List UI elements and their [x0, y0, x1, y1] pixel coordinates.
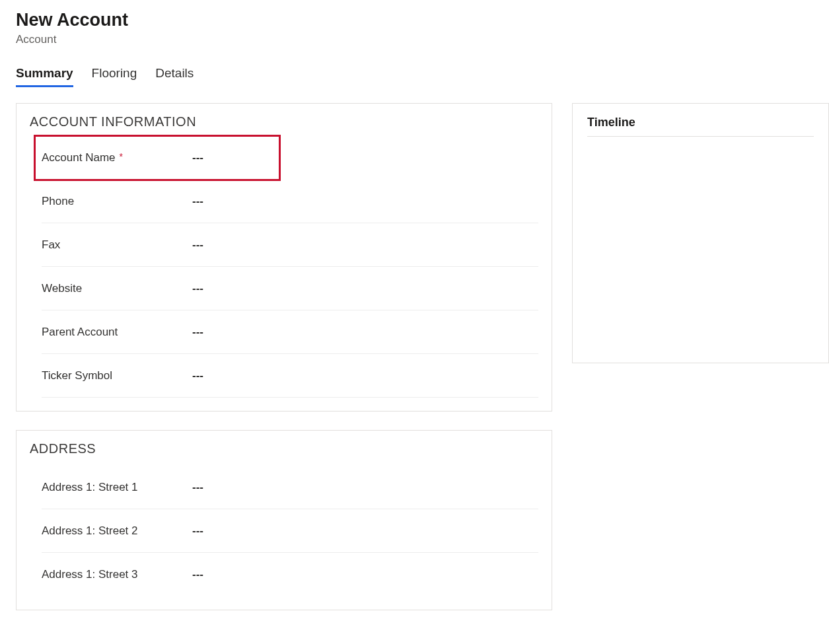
- field-label-wrap: Website: [42, 282, 174, 295]
- field-value-parent-account[interactable]: ---: [174, 326, 538, 339]
- field-label-wrap: Account Name *: [42, 151, 174, 164]
- timeline-title: Timeline: [587, 116, 814, 129]
- field-label: Phone: [42, 195, 74, 208]
- section-account-information: ACCOUNT INFORMATION Account Name * --- P…: [16, 103, 552, 411]
- field-list-address: Address 1: Street 1 --- Address 1: Stree…: [42, 466, 538, 596]
- field-value-address1-street1[interactable]: ---: [174, 481, 538, 494]
- field-label-wrap: Ticker Symbol: [42, 369, 174, 382]
- field-address1-street2[interactable]: Address 1: Street 2 ---: [42, 509, 538, 553]
- required-indicator: *: [120, 152, 123, 161]
- tab-summary[interactable]: Summary: [16, 62, 73, 87]
- field-value-fax[interactable]: ---: [174, 238, 538, 252]
- field-label-wrap: Fax: [42, 238, 174, 252]
- field-value-address1-street3[interactable]: ---: [174, 568, 538, 581]
- field-value-website[interactable]: ---: [174, 282, 538, 295]
- field-label: Address 1: Street 1: [42, 481, 138, 494]
- tab-details[interactable]: Details: [155, 62, 194, 87]
- field-phone[interactable]: Phone ---: [42, 180, 538, 223]
- field-label-wrap: Address 1: Street 3: [42, 568, 174, 581]
- tabs: Summary Flooring Details: [16, 62, 829, 87]
- field-label-wrap: Address 1: Street 1: [42, 481, 174, 494]
- field-label: Address 1: Street 2: [42, 524, 138, 538]
- page-title: New Account: [16, 9, 829, 30]
- field-website[interactable]: Website ---: [42, 267, 538, 310]
- section-heading-account-information: ACCOUNT INFORMATION: [30, 114, 538, 129]
- timeline-divider: [587, 136, 814, 137]
- field-label: Address 1: Street 3: [42, 568, 138, 581]
- field-value-phone[interactable]: ---: [174, 195, 538, 208]
- field-label-wrap: Address 1: Street 2: [42, 524, 174, 538]
- field-label: Ticker Symbol: [42, 369, 112, 382]
- field-label: Parent Account: [42, 326, 118, 339]
- field-label: Fax: [42, 238, 60, 252]
- field-label-wrap: Phone: [42, 195, 174, 208]
- field-account-name[interactable]: Account Name * ---: [35, 136, 279, 180]
- field-ticker-symbol[interactable]: Ticker Symbol ---: [42, 354, 538, 398]
- page-subtitle: Account: [16, 33, 829, 46]
- field-fax[interactable]: Fax ---: [42, 223, 538, 267]
- field-list-account-information: Account Name * --- Phone --- Fax: [42, 136, 538, 398]
- page-header: New Account Account: [16, 9, 829, 46]
- section-address: ADDRESS Address 1: Street 1 --- Address …: [16, 430, 552, 610]
- field-address1-street1[interactable]: Address 1: Street 1 ---: [42, 466, 538, 509]
- field-label: Account Name: [42, 151, 116, 164]
- field-value-address1-street2[interactable]: ---: [174, 524, 538, 538]
- field-value-account-name[interactable]: ---: [174, 151, 279, 164]
- field-label: Website: [42, 282, 82, 295]
- timeline-panel: Timeline: [572, 103, 829, 363]
- field-value-ticker-symbol[interactable]: ---: [174, 369, 538, 382]
- field-address1-street3[interactable]: Address 1: Street 3 ---: [42, 553, 538, 596]
- field-label-wrap: Parent Account: [42, 326, 174, 339]
- field-parent-account[interactable]: Parent Account ---: [42, 310, 538, 354]
- section-heading-address: ADDRESS: [30, 441, 538, 456]
- tab-flooring[interactable]: Flooring: [92, 62, 137, 87]
